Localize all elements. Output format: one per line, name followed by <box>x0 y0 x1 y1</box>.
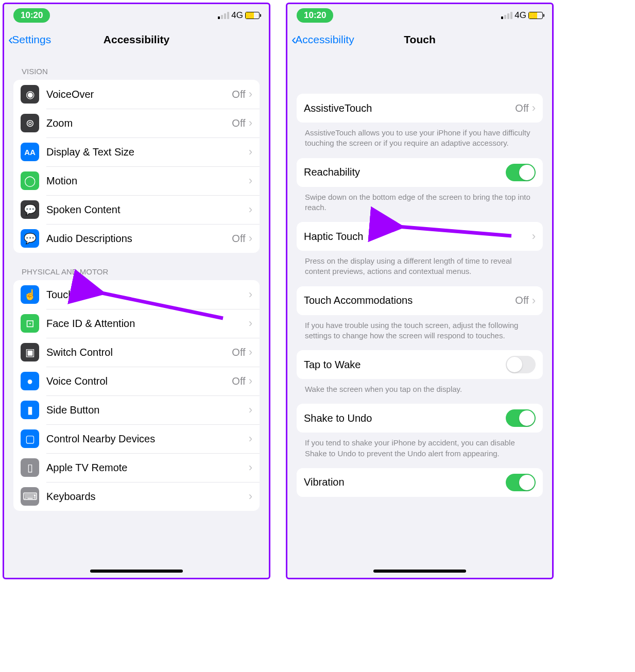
row-label: Side Button <box>46 404 249 416</box>
nearby-icon: ▢ <box>21 429 39 448</box>
toggle-switch[interactable] <box>506 356 536 373</box>
footer-text: Swipe down on the bottom edge of the scr… <box>297 192 543 222</box>
audiodesc-icon: 💬 <box>21 229 39 248</box>
battery-icon: ⚡ <box>528 12 543 19</box>
back-button[interactable]: ‹ Settings <box>8 31 51 48</box>
status-time: 10:20 <box>13 8 50 23</box>
settings-row-sidebutton[interactable]: ▮Side Button› <box>13 395 260 424</box>
settings-row-tvremote[interactable]: ▯Apple TV Remote› <box>13 453 260 482</box>
settings-row-switch[interactable]: ▣Switch ControlOff› <box>13 338 260 367</box>
settings-group: AssistiveTouchOff› <box>297 94 543 123</box>
keyboard-icon: ⌨ <box>21 487 39 506</box>
right-phone: 10:20 4G ⚡ ‹ Accessibility Touch Assisti… <box>286 3 554 579</box>
settings-row[interactable]: AssistiveTouchOff› <box>297 94 543 123</box>
voiceover-icon: ◉ <box>21 85 39 104</box>
chevron-right-icon: › <box>249 374 252 388</box>
settings-row[interactable]: Vibration <box>297 468 543 497</box>
chevron-right-icon: › <box>249 145 252 159</box>
battery-icon: ⚡ <box>245 12 260 19</box>
nav-bar: ‹ Settings Accessibility <box>4 27 269 53</box>
settings-row-zoom[interactable]: ⊚ZoomOff› <box>13 109 260 137</box>
zoom-icon: ⊚ <box>21 114 39 132</box>
chevron-right-icon: › <box>249 116 252 130</box>
home-indicator[interactable] <box>373 570 466 573</box>
settings-row[interactable]: Shake to Undo <box>297 404 543 433</box>
row-label: Switch Control <box>46 347 232 358</box>
settings-group: Reachability <box>297 158 543 187</box>
settings-row-spoken[interactable]: 💬Spoken Content› <box>13 195 260 224</box>
row-label: Voice Control <box>46 375 232 387</box>
row-value: Off <box>232 375 245 387</box>
settings-row-nearby[interactable]: ▢Control Nearby Devices› <box>13 424 260 453</box>
network-label: 4G <box>231 10 243 21</box>
footer-text: Press on the display using a different l… <box>297 256 543 286</box>
row-label: VoiceOver <box>46 89 232 100</box>
toggle-switch[interactable] <box>506 409 536 427</box>
faceid-icon: ⊡ <box>21 314 39 333</box>
section-header: VISION <box>22 67 260 76</box>
row-label: AssistiveTouch <box>304 102 515 114</box>
settings-row-voicecontrol[interactable]: ●Voice ControlOff› <box>13 367 260 395</box>
row-label: Touch <box>46 289 249 301</box>
chevron-right-icon: › <box>249 174 252 187</box>
chevron-right-icon: › <box>249 490 252 503</box>
home-indicator[interactable] <box>90 570 183 573</box>
status-bar: 10:20 4G ⚡ <box>4 4 269 27</box>
section-header: PHYSICAL AND MOTOR <box>22 267 260 276</box>
settings-row-touch[interactable]: ☝Touch› <box>13 280 260 309</box>
row-value: Off <box>515 102 528 114</box>
row-label: Keyboards <box>46 491 249 503</box>
footer-text: Wake the screen when you tap on the disp… <box>297 384 543 404</box>
signal-icon <box>501 12 512 19</box>
page-title: Touch <box>404 33 435 46</box>
toggle-switch[interactable] <box>506 474 536 491</box>
tvremote-icon: ▯ <box>21 458 39 477</box>
chevron-right-icon: › <box>249 88 252 101</box>
settings-row-textsize[interactable]: AADisplay & Text Size› <box>13 137 260 166</box>
settings-row-audiodesc[interactable]: 💬Audio DescriptionsOff› <box>13 224 260 253</box>
sidebutton-icon: ▮ <box>21 401 39 419</box>
touch-icon: ☝ <box>21 285 39 304</box>
switch-icon: ▣ <box>21 343 39 361</box>
chevron-right-icon: › <box>532 101 536 115</box>
toggle-switch[interactable] <box>506 164 536 181</box>
chevron-right-icon: › <box>249 461 252 474</box>
content-scroll[interactable]: AssistiveTouchOff›AssistiveTouch allows … <box>287 53 552 578</box>
content-scroll[interactable]: VISION◉VoiceOverOff›⊚ZoomOff›AADisplay &… <box>4 53 269 578</box>
chevron-right-icon: › <box>249 432 252 445</box>
settings-group: Haptic Touch› <box>297 222 543 251</box>
row-value: Off <box>515 295 528 306</box>
row-label: Tap to Wake <box>304 359 506 371</box>
textsize-icon: AA <box>21 143 39 161</box>
settings-row[interactable]: Touch AccommodationsOff› <box>297 286 543 315</box>
row-label: Reachability <box>304 166 506 178</box>
settings-row[interactable]: Tap to Wake <box>297 350 543 379</box>
settings-group: Shake to Undo <box>297 404 543 433</box>
settings-row-faceid[interactable]: ⊡Face ID & Attention› <box>13 309 260 338</box>
settings-row-voiceover[interactable]: ◉VoiceOverOff› <box>13 80 260 109</box>
footer-text: If you tend to shake your iPhone by acci… <box>297 438 543 468</box>
settings-row-keyboard[interactable]: ⌨Keyboards› <box>13 482 260 511</box>
back-label: Accessibility <box>295 33 354 46</box>
row-label: Control Nearby Devices <box>46 433 249 445</box>
settings-row-motion[interactable]: ◯Motion› <box>13 166 260 195</box>
settings-row[interactable]: Haptic Touch› <box>297 222 543 251</box>
row-label: Display & Text Size <box>46 146 249 158</box>
status-time: 10:20 <box>297 8 333 23</box>
back-label: Settings <box>12 33 51 46</box>
chevron-right-icon: › <box>249 346 252 359</box>
spoken-icon: 💬 <box>21 200 39 219</box>
row-value: Off <box>232 233 245 245</box>
signal-icon <box>218 12 229 19</box>
row-value: Off <box>232 89 245 100</box>
chevron-right-icon: › <box>249 232 252 245</box>
network-label: 4G <box>514 10 526 21</box>
settings-group: ☝Touch›⊡Face ID & Attention›▣Switch Cont… <box>13 280 260 511</box>
settings-row[interactable]: Reachability <box>297 158 543 187</box>
row-label: Face ID & Attention <box>46 318 249 330</box>
chevron-right-icon: › <box>249 403 252 417</box>
row-label: Spoken Content <box>46 204 249 216</box>
back-button[interactable]: ‹ Accessibility <box>291 31 354 48</box>
footer-text: If you have trouble using the touch scre… <box>297 320 543 351</box>
voicecontrol-icon: ● <box>21 372 39 390</box>
